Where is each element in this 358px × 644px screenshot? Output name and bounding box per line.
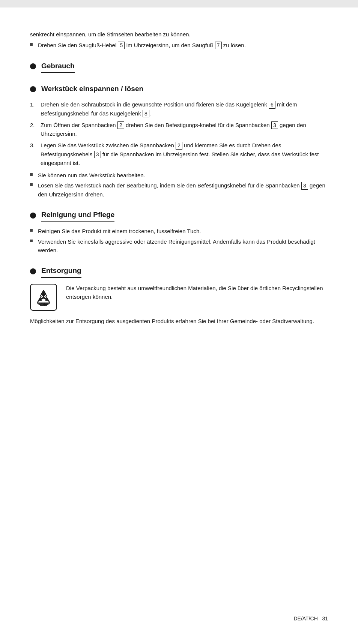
page: senkrecht einspannen, um die Stirnseiten… xyxy=(0,7,358,644)
section-dot-entsorgung xyxy=(30,268,36,274)
num-2: 2. xyxy=(30,121,41,129)
werkstuck-heading: Werkstück einspannen / lösen xyxy=(30,83,328,95)
gebrauch-title: Gebrauch xyxy=(41,60,75,73)
werkstuck-bullet2: Lösen Sie das Werkstück nach der Bearbei… xyxy=(30,181,328,199)
bullet-icon xyxy=(30,240,33,242)
werkstuck-title: Werkstück einspannen / lösen xyxy=(41,83,143,95)
list-item: 1. Drehen Sie den Schraubstock in die ge… xyxy=(30,100,328,118)
list-item: 3. Legen Sie das Werkstück zwischen die … xyxy=(30,141,328,167)
ref-7: 7 xyxy=(215,42,222,49)
ref-3c: 3 xyxy=(301,182,308,189)
ref-3b: 3 xyxy=(94,151,101,158)
ref-3a: 3 xyxy=(271,121,278,129)
ref-5: 5 xyxy=(118,42,125,49)
bullet-icon xyxy=(30,173,33,176)
ref-8: 8 xyxy=(143,110,149,117)
werkstuck-bullet2-text: Lösen Sie das Werkstück nach der Bearbei… xyxy=(38,181,328,199)
recycle-description: Die Verpackung besteht aus umweltfreundl… xyxy=(66,284,328,301)
intro-bullet1: Drehen Sie den Saugfuß-Hebel 5 im Uhrzei… xyxy=(30,41,328,49)
num-3: 3. xyxy=(30,141,41,150)
bullet-icon xyxy=(30,43,33,46)
reinigung-bullet2-text: Verwenden Sie keinesfalls aggressive ode… xyxy=(38,237,328,255)
recycle-icon xyxy=(35,288,53,306)
werkstuck-numbered-list: 1. Drehen Sie den Schraubstock in die ge… xyxy=(30,100,328,167)
recycle-arrows xyxy=(38,292,50,302)
main-content: senkrecht einspannen, um die Stirnseiten… xyxy=(30,30,328,604)
num-1: 1. xyxy=(30,100,41,109)
reinigung-title: Reinigung und Pflege xyxy=(41,209,114,222)
reinigung-heading: Reinigung und Pflege xyxy=(30,209,328,222)
bullet-icon xyxy=(30,183,33,186)
entsorgung-final: Möglichkeiten zur Entsorgung des ausgedi… xyxy=(30,317,328,325)
werkstuck-bullet1-text: Sie können nun das Werkstück bearbeiten. xyxy=(38,171,328,180)
page-footer: DE/AT/CH 31 xyxy=(30,604,328,622)
ref-2a: 2 xyxy=(117,121,124,129)
ref-2b: 2 xyxy=(176,142,182,149)
item1-text: Drehen Sie den Schraubstock in die gewün… xyxy=(41,100,328,118)
section-dot-reinigung xyxy=(30,213,36,219)
section-dot-gebrauch xyxy=(30,63,36,69)
intro-bullet1-text: Drehen Sie den Saugfuß-Hebel 5 im Uhrzei… xyxy=(38,41,328,49)
reinigung-bullet1-text: Reinigen Sie das Produkt mit einem trock… xyxy=(38,227,328,235)
entsorgung-title: Entsorgung xyxy=(41,265,81,277)
recycle-icon-container xyxy=(30,284,57,311)
reinigung-bullet2: Verwenden Sie keinesfalls aggressive ode… xyxy=(30,237,328,255)
recycle-block: Die Verpackung besteht aus umweltfreundl… xyxy=(30,284,328,311)
werkstuck-bullet1: Sie können nun das Werkstück bearbeiten. xyxy=(30,171,328,180)
entsorgung-heading: Entsorgung xyxy=(30,265,328,277)
gebrauch-heading: Gebrauch xyxy=(30,60,328,73)
item2-text: Zum Öffnen der Spannbacken 2 drehen Sie … xyxy=(41,121,328,138)
werkstuck-bullets: Sie können nun das Werkstück bearbeiten.… xyxy=(30,171,328,199)
list-item: 2. Zum Öffnen der Spannbacken 2 drehen S… xyxy=(30,121,328,138)
section-dot-werkstuck xyxy=(30,86,36,92)
bullet-icon xyxy=(30,229,33,232)
ref-6: 6 xyxy=(269,101,275,108)
intro-line1: senkrecht einspannen, um die Stirnseiten… xyxy=(30,30,328,39)
page-number: DE/AT/CH 31 xyxy=(293,616,328,622)
reinigung-bullets: Reinigen Sie das Produkt mit einem trock… xyxy=(30,227,328,255)
item3-text: Legen Sie das Werkstück zwischen die Spa… xyxy=(41,141,328,167)
reinigung-bullet1: Reinigen Sie das Produkt mit einem trock… xyxy=(30,227,328,235)
